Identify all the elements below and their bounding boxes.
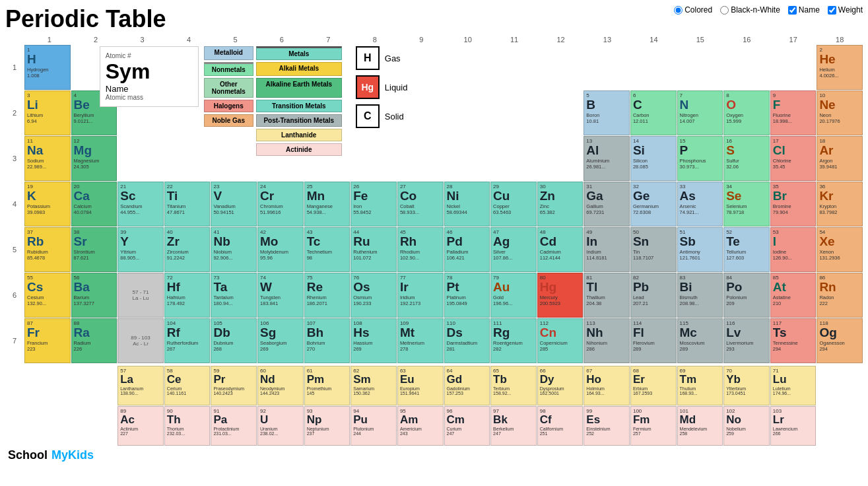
element-br[interactable]: 35BrBromine79.904 — [770, 182, 817, 226]
element-es[interactable]: 99 Es Einsteinium 252 — [584, 406, 630, 446]
element-gd[interactable]: 64 Gd Gadolinium 157.253 — [444, 366, 490, 405]
element-bk[interactable]: 97 Bk Berkelium 247 — [490, 406, 537, 446]
element-b[interactable]: 5BBoron10.81 — [584, 90, 630, 135]
element-ne[interactable]: 10NeNeon20.17976 — [817, 90, 863, 135]
element-ca[interactable]: 20CaCalcium40.0784 — [71, 182, 117, 226]
element-rf[interactable]: 104RfRutherfordium267 — [164, 318, 211, 363]
element-bi[interactable]: 83BiBismuth208.98... — [677, 273, 723, 318]
element-ac[interactable]: 89 Ac Actinium 227 — [117, 406, 164, 446]
element-fm[interactable]: 100 Fm Fermium 257 — [630, 406, 677, 446]
element-cf[interactable]: 98 Cf Californium 251 — [537, 406, 584, 446]
element-cn[interactable]: 112CnCopernicium285 — [537, 318, 584, 363]
element-i[interactable]: 53IIodine126.90... — [770, 227, 817, 272]
element-fe[interactable]: 26FeIron55.8452 — [351, 182, 397, 226]
element-dy[interactable]: 66 Dy Dysprosium 162.5001 — [537, 366, 584, 405]
element-ti[interactable]: 22TiTitanium47.8671 — [164, 182, 211, 226]
element-ar[interactable]: 18ArArgon39.9481 — [817, 136, 863, 181]
element-zn[interactable]: 30ZnZinc65.382 — [537, 182, 584, 226]
colored-radio[interactable] — [674, 6, 683, 15]
element-th[interactable]: 90 Th Thorium 232.03... — [164, 406, 211, 446]
element-tl[interactable]: 81TlThallium204.38 — [584, 273, 630, 318]
weight-checkbox-label[interactable]: Weight — [828, 5, 863, 15]
element-sn[interactable]: 50SnTin118.7107 — [630, 227, 677, 272]
bnw-radio[interactable] — [720, 6, 729, 15]
element-lv[interactable]: 116LvLivermorium293 — [723, 318, 770, 363]
element-rb[interactable]: 37RbRubidium85.4678 — [24, 227, 71, 272]
element-au[interactable]: 79AuGold196.96... — [490, 273, 537, 318]
element-tb[interactable]: 65 Tb Terbium 158.92... — [490, 366, 537, 405]
element-pb[interactable]: 82PbLead207.21 — [630, 273, 677, 318]
element-cm[interactable]: 96 Cm Curium 247 — [444, 406, 490, 446]
element-na[interactable]: 11NaSodium22.989... — [24, 136, 71, 181]
element-ho[interactable]: 67 Ho Holmium 164.93... — [584, 366, 630, 405]
element-w[interactable]: 74WTungsten183.841 — [257, 273, 304, 318]
element-nb[interactable]: 41NbNiobium92.906... — [211, 227, 257, 272]
element-as[interactable]: 33AsArsenic74.921... — [677, 182, 723, 226]
element-ni[interactable]: 28NiNickel58.69344 — [444, 182, 490, 226]
element-y[interactable]: 39YYttrium88.905... — [117, 227, 164, 272]
element-np[interactable]: 93 Np Neptunium 237 — [304, 406, 351, 446]
element-cs[interactable]: 55CsCesium132.90... — [24, 273, 71, 318]
element-ta[interactable]: 73TaTantalum180.94... — [211, 273, 257, 318]
element-p[interactable]: 15PPhosphorus30.973... — [677, 136, 723, 181]
element-mt[interactable]: 109MtMeitnerium278 — [397, 318, 444, 363]
element-v[interactable]: 23VVanadium50.94151 — [211, 182, 257, 226]
element-mc[interactable]: 115McMoscovium289 — [677, 318, 723, 363]
element-hf[interactable]: 72HfHafnium178.492 — [164, 273, 211, 318]
element-te[interactable]: 52TeTellurium127.603 — [723, 227, 770, 272]
element-pt[interactable]: 78PtPlatinum195.0849 — [444, 273, 490, 318]
element-pm[interactable]: 61 Pm Promethium 145 — [304, 366, 351, 405]
element-bh[interactable]: 107BhBohrium270 — [304, 318, 351, 363]
element-kr[interactable]: 36KrKrypton83.7982 — [817, 182, 863, 226]
element-cl[interactable]: 17ClChlorine35.45 — [770, 136, 817, 181]
element-ag[interactable]: 47AgSilver107.86... — [490, 227, 537, 272]
element-po[interactable]: 84PoPolonium209 — [723, 273, 770, 318]
element-hs[interactable]: 108HsHassium269 — [351, 318, 397, 363]
element-hg[interactable]: 80HgMercury200.5923 — [537, 273, 584, 318]
element-no[interactable]: 102 No Nobelium 259 — [723, 406, 770, 446]
element-sm[interactable]: 62 Sm Samarium 150.362 — [351, 366, 397, 405]
element-er[interactable]: 68 Er Erbium 167.2593 — [630, 366, 677, 405]
element-la[interactable]: 57 La Lanthanum 138.90... — [117, 366, 164, 405]
element-ga[interactable]: 31GaGallium69.7231 — [584, 182, 630, 226]
element-mn[interactable]: 25MnManganese54.938... — [304, 182, 351, 226]
element-al[interactable]: 13AlAluminium26.981... — [584, 136, 630, 181]
element-pr[interactable]: 59 Pr Praseodymium 140.2423 — [211, 366, 257, 405]
element-c[interactable]: 6CCarbon12.011 — [630, 90, 677, 135]
element-s[interactable]: 16SSulfur32.06 — [723, 136, 770, 181]
element-u[interactable]: 92 U Uranium 238.02... — [257, 406, 304, 446]
element-pd[interactable]: 46PdPalladium106.421 — [444, 227, 490, 272]
name-checkbox-label[interactable]: Name — [788, 5, 820, 15]
weight-checkbox[interactable] — [828, 6, 836, 15]
element-mo[interactable]: 42MoMolybdenum95.96 — [257, 227, 304, 272]
element-se[interactable]: 34SeSelenium78.9718 — [723, 182, 770, 226]
bnw-radio-label[interactable]: Black-n-White — [720, 5, 780, 15]
element-pu[interactable]: 94 Pu Plutonium 244 — [351, 406, 397, 446]
element-nd[interactable]: 60 Nd Neodymium 144.2423 — [257, 366, 304, 405]
element-at[interactable]: 85AtAstatine210 — [770, 273, 817, 318]
colored-radio-label[interactable]: Colored — [674, 5, 712, 15]
element-n[interactable]: 7NNitrogen14.007 — [677, 90, 723, 135]
name-checkbox[interactable] — [788, 6, 797, 15]
element-sc[interactable]: 21ScScandium44.955... — [117, 182, 164, 226]
element-cr[interactable]: 24CrChromium51.99616 — [257, 182, 304, 226]
element-co[interactable]: 27CoCobalt58.933... — [397, 182, 444, 226]
element-fr[interactable]: 87FrFrancium223 — [24, 318, 71, 363]
element-in[interactable]: 49InIndium114.8181 — [584, 227, 630, 272]
element-he[interactable]: 2HeHelium4.0026... — [817, 45, 863, 90]
element-sg[interactable]: 106SgSeaborgium269 — [257, 318, 304, 363]
element-ra[interactable]: 88RaRadium226 — [71, 318, 117, 363]
element-am[interactable]: 95 Am Americium 243 — [397, 406, 444, 446]
element-sb[interactable]: 51SbAntimony121.7601 — [677, 227, 723, 272]
element-si[interactable]: 14SiSilicon28.085 — [630, 136, 677, 181]
element-md[interactable]: 101 Md Mendelevium 258 — [677, 406, 723, 446]
element-f[interactable]: 9FFluorine18.998... — [770, 90, 817, 135]
element-db[interactable]: 105DbDubnium268 — [211, 318, 257, 363]
element-rh[interactable]: 45RhRhodium102.90... — [397, 227, 444, 272]
element-k[interactable]: 19KPotassium39.0983 — [24, 182, 71, 226]
element-eu[interactable]: 63 Eu Europium 151.9641 — [397, 366, 444, 405]
element-tc[interactable]: 43TcTechnetium98 — [304, 227, 351, 272]
element-pa[interactable]: 91 Pa Protactinium 231.03... — [211, 406, 257, 446]
element-rg[interactable]: 111RgRoentgenium282 — [490, 318, 537, 363]
element-zr[interactable]: 40ZrZirconium91.2242 — [164, 227, 211, 272]
